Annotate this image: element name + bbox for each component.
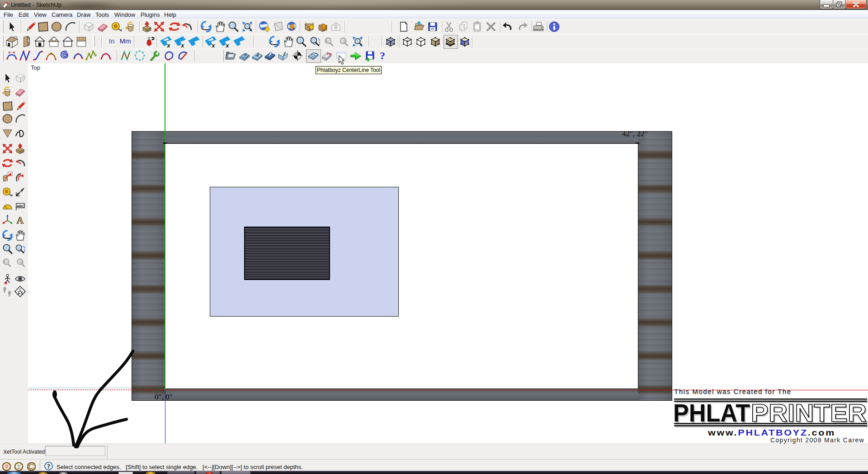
svg-text:0", 0": 0", 0" xyxy=(155,393,172,401)
svg-text:?: ? xyxy=(47,463,51,470)
svg-text:A: A xyxy=(17,215,24,226)
svg-text:PHLAT: PHLAT xyxy=(674,398,750,427)
svg-text:?: ? xyxy=(380,50,385,62)
svg-text:x: x xyxy=(166,42,170,48)
svg-text:www.PHLATBOYZ.com: www.PHLATBOYZ.com xyxy=(708,428,835,437)
svg-text:ABC: ABC xyxy=(17,204,24,208)
svg-text:x: x xyxy=(180,42,184,48)
svg-text:42", 22": 42", 22" xyxy=(622,129,647,138)
svg-text:A-5: A-5 xyxy=(18,292,23,295)
svg-text:x: x xyxy=(225,42,229,48)
svg-text:x: x xyxy=(211,42,215,48)
svg-text:Pb: Pb xyxy=(327,52,331,56)
svg-text:C: C xyxy=(19,288,21,291)
svg-text:PRINTER: PRINTER xyxy=(751,398,867,427)
